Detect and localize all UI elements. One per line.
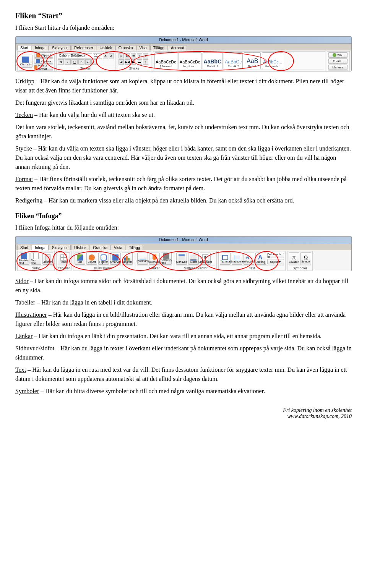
para-tecken: Tecken – Här kan du välja hur du vill at… bbox=[15, 110, 352, 120]
btn-italic[interactable]: I bbox=[65, 59, 71, 65]
term-urklipp: Urklipp bbox=[15, 78, 34, 84]
style-rubrik[interactable]: AaB Rubrik bbox=[244, 52, 261, 69]
tab2-infoga[interactable]: Infoga bbox=[32, 245, 49, 250]
btn-align-center[interactable]: ▶◀ bbox=[125, 59, 130, 65]
btn-smartart[interactable]: SmartArt bbox=[110, 253, 121, 265]
style-underrub[interactable]: AaBbCc... Underrub... bbox=[262, 52, 283, 69]
btn-align-left[interactable]: ◀ bbox=[119, 59, 124, 65]
para-tecken-text: – Här kan du välja hur du vill att texte… bbox=[34, 112, 155, 118]
group-stycke: ≡ 1≡ ☰ ↕ ¶ ◀ ▶◀ ▶ ▬ ↨ bbox=[117, 51, 151, 71]
para-pilen: Det fungerar givetvis likadant i samtlig… bbox=[15, 98, 352, 107]
tab-acrobat[interactable]: Acrobat bbox=[168, 45, 187, 50]
btn-ersatt[interactable]: Ersätt... bbox=[328, 58, 348, 64]
tab-referenser[interactable]: Referenser bbox=[71, 45, 96, 50]
btn-figurer[interactable]: Figurer bbox=[98, 253, 109, 265]
tab-sidlayout[interactable]: Sidlayout bbox=[49, 45, 71, 50]
tab-utskick[interactable]: Utskick bbox=[97, 45, 115, 50]
btn-textruta[interactable]: Textruta bbox=[220, 253, 231, 265]
term-lankar: Länkar bbox=[15, 333, 32, 339]
btn-bokmarke[interactable]: Bokmärke bbox=[149, 253, 160, 265]
tab2-tillagg[interactable]: Tillägg bbox=[126, 245, 143, 250]
group-tabell-label: Tabeller bbox=[58, 266, 70, 270]
style-rubrik1[interactable]: AaBbC Rubrik 1 bbox=[203, 52, 223, 69]
btn-outline[interactable]: ☰ bbox=[131, 53, 136, 58]
btn-bild[interactable]: Bild bbox=[75, 253, 85, 265]
tab2-referenser[interactable]: Utskick bbox=[71, 245, 89, 250]
group-sidor-label: Sidor bbox=[19, 266, 53, 270]
group-tabell: Tabell Tabeller bbox=[56, 251, 71, 271]
ribbon1-titlebar: Dokument1 - Microsoft Word bbox=[16, 37, 351, 44]
para-text-text: – Här kan du lägga in en ruta med text v… bbox=[15, 366, 347, 382]
style-normal[interactable]: AaBbCcDc ¶ Normal bbox=[154, 52, 177, 69]
btn-symbol[interactable]: Ω Symbol bbox=[300, 252, 311, 265]
btn-forsattsblad[interactable]: Försätts-blad bbox=[19, 253, 29, 265]
tab2-granska[interactable]: Granska bbox=[90, 245, 110, 250]
btn-paragraph-mark[interactable]: ¶ bbox=[143, 53, 148, 58]
btn-anfang[interactable]: A Anfång bbox=[255, 253, 266, 265]
btn-hanta-format[interactable]: Hämta format bbox=[34, 65, 53, 70]
term-sidor: Sidor bbox=[15, 278, 29, 284]
btn-hyperlank[interactable]: Hyperlänk bbox=[137, 253, 148, 265]
ribbon2-titlebar: Dokument1 - Microsoft Word bbox=[16, 236, 351, 243]
font-name-input[interactable]: Calibri (Brödtext) bbox=[58, 53, 92, 58]
style-rubrik2[interactable]: AaBbCc Rubrik 2 bbox=[224, 52, 243, 69]
btn-snabbdelar[interactable]: Snabbdelar bbox=[232, 253, 242, 265]
group-illustrationer: Bild ClipArt Figurer SmartArt bbox=[73, 251, 134, 271]
para-illustrationer-text: – Här kan du lägga in en bild/illustrati… bbox=[15, 311, 346, 327]
btn-align-right[interactable]: ▶ bbox=[131, 59, 136, 65]
btn-datum-tid[interactable]: Datum och tid bbox=[267, 253, 284, 258]
tab2-visa[interactable]: Vista bbox=[111, 245, 125, 250]
para-urklipp: Urklipp – Här kan du välja funktioner so… bbox=[15, 77, 352, 95]
btn-sidnummer[interactable]: # Sidnummer bbox=[200, 253, 211, 265]
tab-tillagg[interactable]: Tillägg bbox=[150, 45, 167, 50]
btn-decrease-font[interactable]: A bbox=[109, 53, 114, 58]
footer-line2: www.datorkunskap.com, 2010 bbox=[15, 413, 352, 420]
section2-title: Fliken “Infoga” bbox=[15, 212, 352, 220]
para-format: Format – Här finns förinställt storlek, … bbox=[15, 175, 352, 193]
tab2-sidlayout[interactable]: Sidlayout bbox=[49, 245, 71, 250]
style-buttons: AaBbCcDc ¶ Normal AaBbCcDc Inget av... A… bbox=[154, 52, 324, 69]
btn-korsreferens[interactable]: Korsrefe-rens bbox=[161, 253, 172, 265]
btn-objekt[interactable]: Objekt ▼ bbox=[267, 259, 284, 264]
btn-bullets[interactable]: ≡ bbox=[119, 53, 124, 58]
btn-markera[interactable]: Markera bbox=[328, 65, 348, 70]
btn-bold[interactable]: B bbox=[58, 59, 64, 65]
btn-kopiera[interactable]: Kopiera bbox=[34, 58, 53, 64]
tab-infoga[interactable]: Infoga bbox=[32, 45, 49, 50]
para-redigering-text: – Här kan du markera vissa eller alla ob… bbox=[44, 197, 294, 204]
para-tabeller-text: – Här kan du lägga in en tabell i ditt d… bbox=[37, 299, 153, 306]
btn-sok[interactable]: Sök. bbox=[328, 52, 348, 58]
style-no-spacing[interactable]: AaBbCcDc Inget av... bbox=[179, 52, 201, 69]
tab-granska[interactable]: Granska bbox=[115, 45, 136, 50]
btn-underline[interactable]: U bbox=[71, 59, 78, 65]
btn-klistra[interactable]: Klistra in bbox=[19, 55, 32, 68]
btn-klipp-ut[interactable]: Klipp ut bbox=[34, 52, 53, 58]
tab-start[interactable]: Start bbox=[17, 45, 31, 50]
btn-sidfot[interactable]: Sidfot bbox=[188, 253, 199, 265]
para-sidor: Sidor – Här kan du infoga tomma sidor oc… bbox=[15, 277, 352, 295]
btn-tabell[interactable]: Tabell bbox=[58, 252, 70, 265]
para-lankar: Länkar – Här kan du infoga en länk i din… bbox=[15, 332, 352, 341]
btn-increase-font[interactable]: A bbox=[103, 53, 108, 58]
btn-strikethrough[interactable]: S bbox=[78, 59, 84, 65]
ribbon2-tabs: Start Infoga Sidlayout Utskick Granska V… bbox=[16, 243, 351, 250]
btn-wordart[interactable]: A WordArt bbox=[244, 253, 254, 265]
btn-diagram[interactable]: Diagram bbox=[122, 253, 133, 265]
tab2-start[interactable]: Start bbox=[17, 245, 31, 250]
btn-tom-sida[interactable]: Tom sida bbox=[31, 253, 41, 265]
ribbon-start: Dokument1 - Microsoft Word Start Infoga … bbox=[15, 36, 352, 71]
btn-sort[interactable]: ↕ bbox=[137, 53, 142, 58]
btn-subscript[interactable]: x₂ bbox=[85, 59, 91, 65]
btn-clipart[interactable]: ClipArt bbox=[86, 253, 97, 265]
btn-align-justify[interactable]: ▬ bbox=[137, 59, 142, 65]
btn-superscript[interactable]: x² bbox=[91, 59, 97, 65]
font-size-input[interactable]: 11 bbox=[93, 53, 102, 58]
term-redigering: Redigering bbox=[15, 197, 42, 204]
btn-sidhuvud[interactable]: Sidhuvud bbox=[176, 253, 187, 265]
btn-sidbrytning[interactable]: Sidbrytn. bbox=[42, 253, 53, 265]
tab-visa[interactable]: Visa bbox=[136, 45, 150, 50]
btn-ekvation[interactable]: π Ekvation bbox=[289, 252, 299, 265]
btn-numbering[interactable]: 1≡ bbox=[125, 53, 130, 58]
para-stycke-text: – Här kan du välja om texten ska ligga i… bbox=[15, 145, 351, 170]
btn-line-spacing[interactable]: ↨ bbox=[143, 59, 148, 65]
